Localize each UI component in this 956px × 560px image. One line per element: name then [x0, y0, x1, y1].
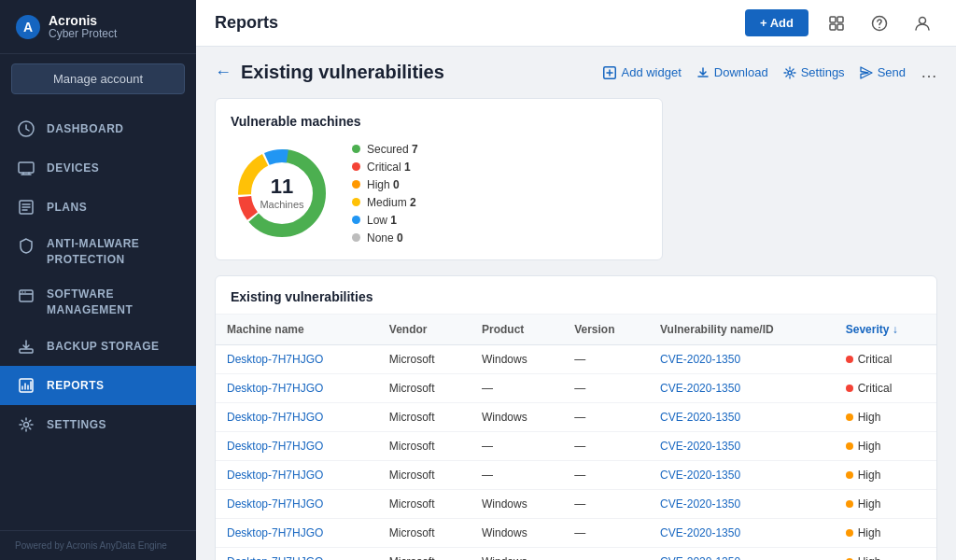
table-row: Desktop-7H7HJGO Microsoft Windows — CVE-… [216, 403, 936, 432]
software-icon [17, 287, 35, 305]
legend-item: Secured 7 [352, 143, 418, 156]
vuln-id-link[interactable]: CVE-2020-1350 [660, 555, 740, 560]
cell-vuln-id[interactable]: CVE-2020-1350 [649, 461, 835, 490]
cell-machine[interactable]: Desktop-7H7HJGO [216, 490, 378, 519]
sidebar-item-backup[interactable]: BACKUP STORAGE [0, 327, 196, 366]
sidebar-item-anti-malware[interactable]: ANTI-MALWARE PROTECTION [0, 227, 196, 277]
shield-icon [17, 236, 35, 255]
user-profile-button[interactable] [907, 8, 937, 38]
cell-vuln-id[interactable]: CVE-2020-1350 [649, 519, 835, 548]
legend-label: Low 1 [367, 214, 397, 227]
help-button[interactable] [865, 8, 894, 38]
machine-link[interactable]: Desktop-7H7HJGO [227, 555, 323, 560]
machine-link[interactable]: Desktop-7H7HJGO [227, 526, 323, 539]
machine-link[interactable]: Desktop-7H7HJGO [227, 411, 323, 424]
add-widget-button[interactable]: Add widget [603, 65, 681, 79]
plans-icon [17, 198, 35, 217]
col-severity[interactable]: Severity ↓ [835, 315, 936, 345]
sidebar-item-settings-label: SETTINGS [47, 418, 106, 431]
sidebar-item-devices[interactable]: DEVICES [0, 148, 196, 188]
severity-dot [846, 529, 853, 537]
svg-point-6 [21, 291, 23, 293]
cell-vuln-id[interactable]: CVE-2020-1350 [649, 490, 835, 519]
sidebar-item-settings[interactable]: SETTINGS [0, 405, 196, 444]
vuln-id-link[interactable]: CVE-2020-1350 [660, 526, 740, 539]
svg-rect-13 [830, 24, 836, 30]
sidebar-item-reports[interactable]: REPORTS [0, 366, 196, 405]
svg-rect-5 [20, 290, 33, 301]
cell-severity: Critical [835, 345, 936, 374]
settings-gear-icon [783, 66, 796, 79]
legend-item: Low 1 [352, 214, 418, 227]
sidebar-item-plans[interactable]: PLANS [0, 188, 196, 227]
sidebar-item-plans-label: PLANS [47, 201, 87, 214]
send-label: Send [878, 65, 906, 79]
cell-severity: Critical [835, 374, 936, 403]
content-area: ← Existing vulnerabilities Add widget Do… [196, 47, 956, 560]
logo: A Acronis Cyber Protect [0, 0, 196, 54]
table-row: Desktop-7H7HJGO Microsoft — — CVE-2020-1… [216, 432, 936, 461]
manage-account-button[interactable]: Manage account [11, 63, 185, 94]
cell-vuln-id[interactable]: CVE-2020-1350 [649, 345, 835, 374]
cell-product: Windows [471, 548, 563, 561]
cell-machine[interactable]: Desktop-7H7HJGO [216, 345, 378, 374]
table-header-row: Machine name Vendor Product Version Vuln… [216, 315, 936, 345]
legend-label: Critical 1 [367, 161, 411, 174]
cell-machine[interactable]: Desktop-7H7HJGO [216, 432, 378, 461]
cell-vuln-id[interactable]: CVE-2020-1350 [649, 374, 835, 403]
sidebar-item-software[interactable]: SOFTWARE MANAGEMENT [0, 277, 196, 328]
back-button[interactable]: ← [215, 63, 232, 82]
vulnerable-machines-card: Vulnerable machines [215, 98, 663, 260]
cell-vuln-id[interactable]: CVE-2020-1350 [649, 403, 835, 432]
grid-view-button[interactable] [822, 8, 851, 38]
cell-machine[interactable]: Desktop-7H7HJGO [216, 461, 378, 490]
legend-label: Medium 2 [367, 196, 416, 209]
legend-label: High 0 [367, 178, 400, 191]
cell-product: Windows [471, 403, 563, 432]
download-icon [696, 66, 710, 79]
machine-link[interactable]: Desktop-7H7HJGO [227, 353, 323, 366]
severity-dot [846, 413, 853, 421]
cell-machine[interactable]: Desktop-7H7HJGO [216, 548, 378, 561]
cell-machine[interactable]: Desktop-7H7HJGO [216, 374, 378, 403]
vuln-id-link[interactable]: CVE-2020-1350 [660, 497, 740, 511]
sidebar-item-dashboard[interactable]: DASHBOARD [0, 109, 196, 148]
machine-link[interactable]: Desktop-7H7HJGO [227, 440, 323, 453]
settings-icon [17, 415, 35, 434]
vuln-id-link[interactable]: CVE-2020-1350 [660, 353, 740, 366]
cell-severity: High [835, 461, 936, 490]
severity-label: Critical [858, 382, 893, 395]
machine-link[interactable]: Desktop-7H7HJGO [227, 497, 323, 511]
cell-version: — [563, 519, 649, 548]
legend-label: None 0 [367, 231, 403, 245]
col-vuln-id: Vulnerability name/ID [649, 315, 835, 345]
cell-vendor: Microsoft [378, 374, 471, 403]
table-row: Desktop-7H7HJGO Microsoft Windows — CVE-… [216, 548, 936, 561]
machine-link[interactable]: Desktop-7H7HJGO [227, 382, 323, 395]
more-options-button[interactable]: … [921, 63, 937, 82]
settings-button[interactable]: Settings [783, 65, 845, 79]
vuln-id-link[interactable]: CVE-2020-1350 [660, 440, 740, 453]
table-row: Desktop-7H7HJGO Microsoft Windows — CVE-… [216, 345, 936, 374]
cell-vuln-id[interactable]: CVE-2020-1350 [649, 548, 835, 561]
cell-vendor: Microsoft [378, 432, 471, 461]
download-button[interactable]: Download [696, 65, 768, 79]
legend-dot [352, 162, 360, 171]
cell-machine[interactable]: Desktop-7H7HJGO [216, 519, 378, 548]
cell-vendor: Microsoft [378, 403, 471, 432]
add-button[interactable]: + Add [745, 9, 808, 36]
col-version: Version [563, 315, 649, 345]
vuln-id-link[interactable]: CVE-2020-1350 [660, 411, 740, 424]
vuln-id-link[interactable]: CVE-2020-1350 [660, 382, 740, 395]
cell-vuln-id[interactable]: CVE-2020-1350 [649, 432, 835, 461]
cell-vendor: Microsoft [378, 519, 471, 548]
svg-rect-14 [837, 24, 843, 30]
severity-label: High [858, 497, 881, 511]
machine-link[interactable]: Desktop-7H7HJGO [227, 469, 323, 482]
vuln-id-link[interactable]: CVE-2020-1350 [660, 469, 740, 482]
send-button[interactable]: Send [860, 65, 906, 79]
donut-number: 11 [260, 176, 303, 197]
cell-severity: High [835, 432, 936, 461]
backup-icon [17, 337, 35, 356]
cell-machine[interactable]: Desktop-7H7HJGO [216, 403, 378, 432]
